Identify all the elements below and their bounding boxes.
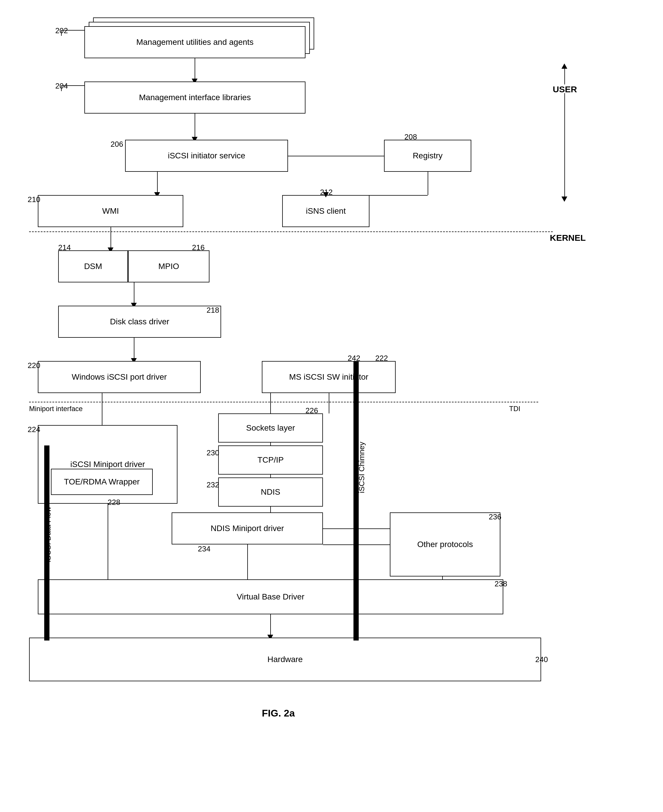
wmi-label: WMI xyxy=(102,206,119,216)
kernel-label: KERNEL xyxy=(550,233,585,243)
ref-230: 230 xyxy=(207,448,219,457)
mgmt-interface-box: Management interface libraries xyxy=(84,81,306,113)
ref-210: 210 xyxy=(27,195,40,204)
mgmt-utilities-box: Management utilities and agents xyxy=(84,26,306,58)
dsm-box: DSM xyxy=(58,250,128,282)
win-iscsi-port-box: Windows iSCSI port driver xyxy=(38,361,201,393)
disk-class-label: Disk class driver xyxy=(110,317,169,326)
ndis-miniport-label: NDIS Miniport driver xyxy=(210,524,284,533)
isns-client-box: iSNS client xyxy=(282,195,369,227)
ref-218: 218 xyxy=(207,306,219,315)
ms-iscsi-sw-box: MS iSCSI SW initiator xyxy=(262,361,396,393)
iscsi-data-flow-label: iSCSI Data Flow xyxy=(44,507,53,562)
hardware-box: Hardware xyxy=(29,638,541,681)
ref-208: 208 xyxy=(404,133,417,141)
registry-box: Registry xyxy=(384,140,471,172)
ndis-miniport-box: NDIS Miniport driver xyxy=(171,512,323,545)
ndis-box: NDIS xyxy=(218,478,323,507)
win-iscsi-port-label: Windows iSCSI port driver xyxy=(72,372,167,382)
diagram: Management utilities and agents 202 Mana… xyxy=(0,0,663,812)
fig-caption: FIG. 2a xyxy=(262,707,295,719)
iscsi-data-flow-bar-lower xyxy=(44,591,49,640)
ref-220: 220 xyxy=(27,361,40,370)
toe-rdma-box: TOE/RDMA Wrapper xyxy=(51,469,153,495)
iscsi-chimney-bar-lower xyxy=(354,579,359,640)
hardware-label: Hardware xyxy=(267,655,302,664)
tcpip-box: TCP/IP xyxy=(218,446,323,475)
ref-216: 216 xyxy=(192,243,205,252)
iscsi-initiator-box: iSCSI initiator service xyxy=(125,140,288,172)
tdi-label: TDI xyxy=(509,405,521,413)
sockets-layer-label: Sockets layer xyxy=(246,423,295,433)
tcpip-label: TCP/IP xyxy=(257,455,284,465)
dsm-label: DSM xyxy=(84,262,102,271)
ref-228: 228 xyxy=(108,498,120,507)
ref-226: 226 xyxy=(306,406,318,415)
mgmt-utilities-label: Management utilities and agents xyxy=(136,37,253,47)
ref-222: 222 xyxy=(375,354,388,363)
other-protocols-label: Other protocols xyxy=(417,540,473,549)
ref-236: 236 xyxy=(489,512,501,522)
disk-class-box: Disk class driver xyxy=(58,306,221,338)
mpio-box: MPIO xyxy=(128,250,209,282)
virtual-base-box: Virtual Base Driver xyxy=(38,579,503,614)
iscsi-initiator-label: iSCSI initiator service xyxy=(168,151,245,160)
ndis-label: NDIS xyxy=(261,487,280,497)
mgmt-interface-label: Management interface libraries xyxy=(139,93,251,102)
ref-206: 206 xyxy=(110,140,123,149)
iscsi-miniport-label: iSCSI Miniport driver xyxy=(70,460,145,469)
toe-rdma-label: TOE/RDMA Wrapper xyxy=(64,477,140,486)
ref-238: 238 xyxy=(495,579,507,588)
ref-224: 224 xyxy=(27,425,40,434)
miniport-interface-label: Miniport interface xyxy=(29,405,82,413)
iscsi-chimney-label: iSCSI Chimney xyxy=(357,442,366,493)
virtual-base-label: Virtual Base Driver xyxy=(237,592,305,601)
isns-client-label: iSNS client xyxy=(306,206,346,216)
registry-label: Registry xyxy=(413,151,443,160)
sockets-layer-box: Sockets layer xyxy=(218,413,323,442)
other-protocols-box: Other protocols xyxy=(390,512,500,577)
ref-240: 240 xyxy=(535,655,548,664)
wmi-box: WMI xyxy=(38,195,183,227)
ref-232: 232 xyxy=(207,480,219,489)
ref-242: 242 xyxy=(348,354,360,363)
mpio-label: MPIO xyxy=(158,262,179,271)
ref-214: 214 xyxy=(58,243,71,252)
ref-234: 234 xyxy=(198,545,210,553)
user-label: USER xyxy=(553,84,577,94)
